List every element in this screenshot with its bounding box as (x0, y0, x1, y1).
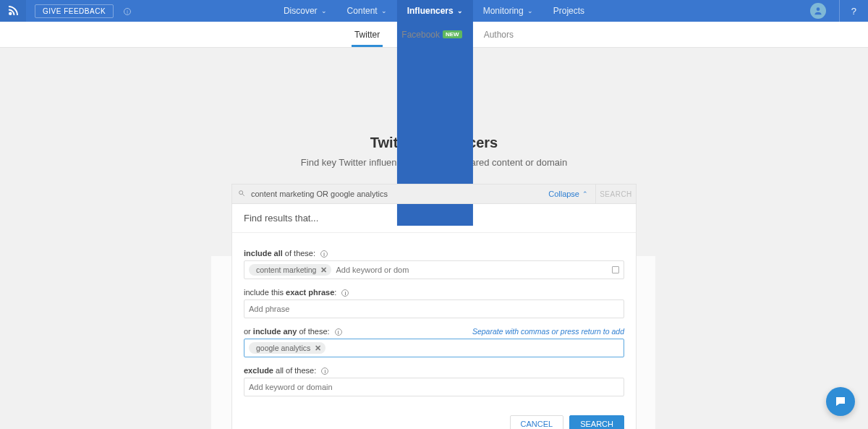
include-any-input[interactable]: google analytics ✕ (244, 339, 624, 357)
cancel-button[interactable]: CANCEL (510, 415, 564, 429)
nav-label: Influencers (407, 6, 454, 16)
tab-authors[interactable]: Authors (484, 22, 514, 47)
exclude-input[interactable] (244, 378, 624, 396)
info-icon[interactable]: i (321, 368, 328, 375)
info-icon[interactable]: i (121, 7, 131, 15)
tab-label: Twitter (354, 30, 380, 40)
field-label: or include any of these: i Separate with… (244, 327, 624, 336)
nav-label: Content (347, 6, 378, 16)
chat-icon (834, 395, 847, 408)
collapse-label: Collapse (548, 190, 579, 198)
collapse-toggle[interactable]: Collapse ⌃ (541, 190, 595, 198)
field-label: include all of these: i (244, 249, 624, 258)
chevron-down-icon: ⌄ (457, 7, 463, 14)
sub-tabs: Twitter Facebook NEW Authors (0, 22, 868, 48)
svg-point-0 (9, 12, 12, 16)
info-icon[interactable]: i (320, 250, 328, 258)
signal-icon (7, 4, 20, 17)
info-icon[interactable]: i (341, 289, 349, 297)
label-bold: exact phrase (286, 288, 334, 297)
include-all-input[interactable]: content marketing ✕ (244, 260, 624, 279)
tab-twitter[interactable]: Twitter (354, 22, 380, 47)
chevron-up-icon: ⌃ (582, 190, 588, 197)
user-avatar[interactable] (810, 3, 826, 19)
tab-facebook[interactable]: Facebook NEW (401, 22, 461, 47)
exclude-text-input[interactable] (249, 383, 619, 391)
field-label: exclude all of these: i (244, 366, 624, 375)
label-bold: exclude (244, 366, 273, 375)
search-query-text[interactable]: content marketing OR google analytics (251, 190, 541, 198)
include-all-text-input[interactable] (336, 266, 606, 274)
chip-content-marketing: content marketing ✕ (249, 264, 331, 276)
chip-remove-icon[interactable]: ✕ (320, 266, 327, 274)
top-bar-right: ? (810, 0, 868, 22)
exact-phrase-text-input[interactable] (249, 305, 619, 313)
nav-label: Projects (553, 6, 584, 16)
field-hint: Separate with commas or press return to … (472, 327, 624, 336)
label-pre: include this (244, 288, 286, 297)
chevron-down-icon: ⌄ (527, 7, 533, 14)
field-include-any: or include any of these: i Separate with… (244, 327, 624, 357)
label-rest: of these: (283, 249, 315, 258)
chip-remove-icon[interactable]: ✕ (315, 344, 321, 352)
info-icon[interactable]: i (335, 328, 342, 336)
field-exclude: exclude all of these: i (244, 366, 624, 396)
tab-label: Authors (484, 30, 514, 40)
domain-icon[interactable] (612, 266, 619, 273)
svg-line-4 (242, 194, 244, 196)
help-button[interactable]: ? (839, 0, 868, 22)
include-any-text-input[interactable] (330, 344, 619, 352)
svg-point-1 (816, 7, 820, 11)
label-post: all of these: (273, 366, 316, 375)
give-feedback-button[interactable]: GIVE FEEDBACK (35, 4, 114, 18)
nav-label: Monitoring (483, 6, 524, 16)
advanced-search-panel: Find results that... include all of thes… (231, 204, 637, 429)
chevron-down-icon: ⌄ (321, 7, 327, 14)
chat-widget[interactable] (826, 387, 855, 416)
search-bar: content marketing OR google analytics Co… (231, 184, 637, 204)
new-badge: NEW (443, 30, 462, 38)
panel-body: include all of these: i content marketin… (232, 233, 636, 408)
field-exact-phrase: include this exact phrase: i (244, 288, 624, 318)
label-bold: include all (244, 249, 283, 258)
chevron-down-icon: ⌄ (381, 7, 387, 14)
tab-label: Facebook (401, 30, 440, 40)
exact-phrase-input[interactable] (244, 300, 624, 318)
chip-label: content marketing (256, 266, 316, 274)
brand-logo[interactable] (0, 0, 26, 22)
search-icon (232, 190, 251, 198)
svg-point-3 (239, 191, 243, 195)
field-include-all: include all of these: i content marketin… (244, 249, 624, 279)
label-pre: or (244, 327, 253, 336)
panel-footer: CANCEL SEARCH (232, 408, 636, 429)
person-icon (813, 6, 823, 16)
search-button-disabled[interactable]: SEARCH (595, 184, 636, 203)
top-bar: GIVE FEEDBACK i Discover ⌄ Content ⌄ Inf… (0, 0, 868, 22)
search-button[interactable]: SEARCH (569, 415, 624, 429)
label-bold: include any (253, 327, 297, 336)
label-post: of these: (297, 327, 329, 336)
chip-label: google analytics (256, 344, 310, 352)
chip-google-analytics: google analytics ✕ (249, 342, 326, 354)
label-post: : (334, 288, 336, 297)
field-label: include this exact phrase: i (244, 288, 624, 297)
nav-label: Discover (284, 6, 318, 16)
